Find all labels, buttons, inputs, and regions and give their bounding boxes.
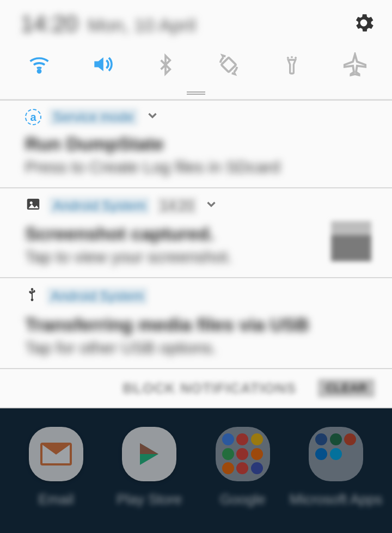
app-folder[interactable]: Google — [202, 427, 284, 533]
notification-app-name: Android System — [49, 197, 150, 215]
usb-icon — [25, 286, 39, 307]
notification-footer: BLOCK NOTIFICATIONS CLEAR — [0, 369, 392, 408]
svg-point-0 — [38, 70, 40, 72]
svg-line-4 — [295, 57, 297, 59]
app-label: Google — [220, 491, 266, 508]
flashlight-icon[interactable] — [275, 52, 308, 78]
app-badge-icon: a — [25, 109, 41, 125]
notification-item[interactable]: Android System 14:20 Screenshot captured… — [0, 188, 392, 278]
notification-title: Screenshot captured. — [25, 223, 232, 244]
notification-body: Tap to view your screenshot. — [25, 248, 232, 266]
app-shortcut[interactable]: Email — [15, 427, 97, 533]
svg-point-9 — [31, 298, 34, 301]
notification-app-name: Android System — [47, 287, 148, 305]
home-screen-underlay: Email Play Store Google Microsoft Apps — [0, 408, 392, 533]
google-folder-icon — [216, 427, 270, 481]
block-notifications-button[interactable]: BLOCK NOTIFICATIONS — [122, 380, 296, 397]
statusbar-time: 14:20 — [21, 11, 78, 37]
app-label: Play Store — [117, 491, 182, 508]
app-folder[interactable]: Microsoft Apps — [295, 427, 377, 533]
notification-title: Transferring media files via USB — [25, 314, 371, 335]
statusbar-date: Mon, 10 April — [88, 15, 195, 36]
sound-icon[interactable] — [86, 52, 119, 78]
app-shortcut[interactable]: Play Store — [108, 427, 190, 533]
airplane-mode-icon[interactable] — [339, 52, 371, 78]
chevron-down-icon[interactable] — [145, 108, 160, 126]
screenshot-thumbnail[interactable] — [331, 221, 371, 261]
clear-button[interactable]: CLEAR — [318, 379, 375, 397]
svg-point-6 — [30, 201, 33, 204]
notification-title: Run DumpState — [25, 133, 371, 155]
email-icon — [40, 443, 72, 465]
image-icon — [25, 196, 41, 216]
notification-time: 14:20 — [157, 197, 197, 215]
notification-app-name: Service mode — [49, 108, 138, 126]
auto-rotate-icon[interactable] — [212, 52, 245, 78]
notification-item[interactable]: Android System Transferring media files … — [0, 278, 392, 369]
microsoft-folder-icon — [309, 427, 363, 481]
svg-line-3 — [287, 57, 289, 59]
settings-gear-icon[interactable] — [352, 11, 376, 37]
notification-body: Press to Create Log files in SDcard — [25, 158, 371, 176]
wifi-icon[interactable] — [23, 52, 56, 78]
notification-body: Tap for other USB options. — [25, 339, 371, 357]
quick-settings-row — [0, 42, 392, 88]
play-store-icon — [140, 443, 158, 465]
svg-rect-1 — [221, 57, 236, 72]
panel-drag-handle[interactable] — [0, 88, 392, 99]
app-label: Email — [38, 491, 74, 508]
notification-item[interactable]: a Service mode Run DumpState Press to Cr… — [0, 101, 392, 188]
chevron-down-icon[interactable] — [204, 197, 218, 215]
bluetooth-icon[interactable] — [149, 52, 182, 78]
app-label: Microsoft Apps — [290, 491, 383, 508]
